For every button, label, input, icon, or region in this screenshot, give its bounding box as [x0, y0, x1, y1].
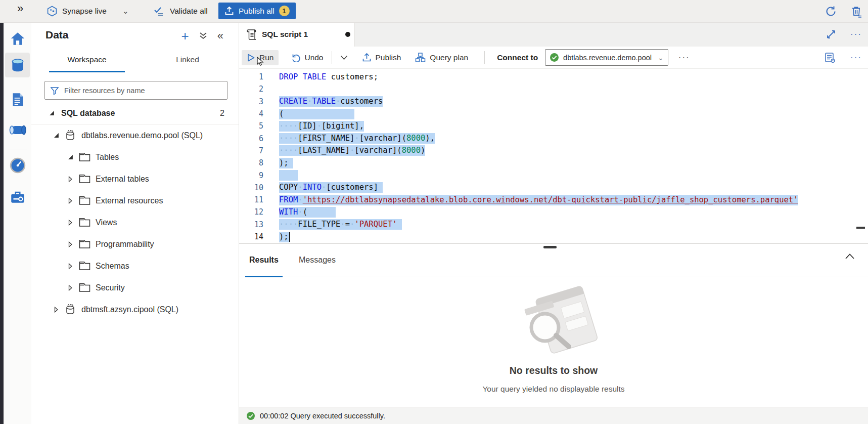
tree-expand-icon[interactable] — [53, 307, 60, 313]
filter-resources-input[interactable] — [63, 86, 227, 95]
view-settings-icon[interactable] — [824, 52, 836, 64]
sql-code-editor[interactable]: 1DROP TABLE customers;23CREATE·TABLE·cus… — [239, 69, 868, 245]
tree-item-tables[interactable]: Tables — [31, 146, 239, 168]
tree-item-label: dbtmsft.azsyn.cipool (SQL) — [81, 305, 178, 314]
results-panel: No results to show Your query yielded no… — [239, 276, 868, 407]
code-line-10[interactable]: 10COPY·INTO·[customers] — [239, 182, 868, 194]
tab-workspace[interactable]: Workspace — [49, 49, 125, 72]
expand-editor-icon[interactable] — [826, 29, 836, 39]
tree-expand-icon[interactable] — [67, 285, 74, 291]
refresh-icon[interactable] — [825, 5, 837, 18]
tab-title: SQL script 1 — [262, 30, 308, 39]
tree-item-dbtmsft-azsyn-cipool-sql[interactable]: dbtmsft.azsyn.cipool (SQL) — [31, 299, 239, 320]
tree-expand-icon[interactable] — [67, 176, 74, 182]
run-button[interactable]: Run — [242, 50, 279, 65]
tree-item-external-tables[interactable]: External tables — [31, 168, 239, 190]
tree-item-sql-database[interactable]: SQL database2 — [31, 102, 239, 124]
mode-selector[interactable]: Synapse live ⌄ — [47, 0, 128, 22]
toolbar-more-icon[interactable]: ··· — [678, 53, 690, 63]
run-play-icon — [247, 53, 255, 62]
code-line-6[interactable]: 6····[FIRST_NAME]·[varchar](8000), — [239, 132, 868, 144]
collapse-results-chevron-icon[interactable] — [845, 253, 855, 260]
code-line-7[interactable]: 7····[LAST_NAME]·[varchar](8000) — [239, 145, 868, 157]
tree-collapse-icon[interactable] — [53, 133, 60, 138]
tree-item-label: Schemas — [96, 262, 129, 271]
pool-name: dbtlabs.revenue.demo.pool — [563, 54, 652, 62]
tree-collapse-icon[interactable] — [48, 110, 55, 116]
tree-item-dbtlabs-revenue-demo-pool-sql[interactable]: dbtlabs.revenue.demo.pool (SQL) — [31, 124, 239, 146]
collapse-panel-icon[interactable]: « — [217, 30, 223, 41]
overview-ruler-mark — [856, 227, 865, 229]
chevron-down-icon: ⌄ — [122, 7, 129, 16]
query-plan-button[interactable]: Query plan — [410, 49, 473, 66]
query-status-text: 00:00:02 Query executed successfully. — [260, 412, 385, 420]
rail-item-data[interactable] — [5, 53, 30, 77]
tree-expand-icon[interactable] — [67, 263, 74, 269]
run-options-chevron[interactable] — [335, 52, 353, 63]
expand-menu-icon[interactable]: » — [17, 2, 23, 15]
code-line-9[interactable]: 9 — [239, 169, 868, 181]
code-line-13[interactable]: 13····FILE_TYPE·=·'PARQUET' — [239, 219, 868, 231]
tab-sql-script-1[interactable]: SQL script 1 — [239, 22, 355, 47]
line-number: 11 — [239, 195, 263, 204]
discard-trash-icon[interactable] — [850, 5, 863, 18]
tab-results[interactable]: Results — [245, 244, 283, 277]
tree-item-schemas[interactable]: Schemas — [31, 255, 239, 277]
splitter-handle[interactable] — [543, 246, 557, 248]
query-status-bar: 00:00:02 Query executed successfully. — [239, 407, 868, 424]
code-line-text: CREATE·TABLE·customers — [279, 96, 383, 107]
tree-collapse-icon[interactable] — [67, 154, 74, 160]
code-line-text: ····[ID]·[bigint], — [279, 121, 364, 132]
rail-item-home[interactable] — [5, 26, 30, 51]
tab-more-icon[interactable]: ··· — [850, 29, 862, 39]
code-line-14[interactable]: 14); — [239, 231, 868, 243]
code-line-5[interactable]: 5····[ID]·[bigint], — [239, 120, 868, 132]
code-line-text: FROM·'https://dbtlabsynapsedatalake.blob… — [279, 195, 798, 205]
line-number: 1 — [239, 72, 263, 81]
top-command-bar: » Synapse live ⌄ Validate all Publish al… — [0, 0, 868, 23]
publish-all-button[interactable]: Publish all 1 — [218, 3, 296, 19]
home-icon — [9, 30, 26, 48]
editor-more-icon[interactable]: ··· — [850, 53, 862, 63]
pool-status-check-icon — [550, 53, 559, 62]
rail-item-develop[interactable] — [5, 87, 30, 112]
tree-expand-icon[interactable] — [67, 220, 74, 226]
tab-messages[interactable]: Messages — [295, 244, 340, 277]
pool-dropdown[interactable]: dbtlabs.revenue.demo.pool ⌄ — [545, 49, 668, 66]
toolbar-separator — [484, 51, 485, 64]
code-line-4[interactable]: 4( — [239, 108, 868, 120]
code-line-text: ····[FIRST_NAME]·[varchar](8000), — [279, 133, 435, 144]
filter-resources-box — [44, 81, 227, 100]
tree-item-external-resources[interactable]: External resources — [31, 190, 239, 211]
code-line-11[interactable]: 11FROM·'https://dbtlabsynapsedatalake.bl… — [239, 194, 868, 206]
tree-item-programmability[interactable]: Programmability — [31, 233, 239, 255]
code-line-3[interactable]: 3CREATE·TABLE·customers — [239, 96, 868, 108]
code-line-1[interactable]: 1DROP TABLE customers; — [239, 71, 868, 83]
undo-button[interactable]: Undo — [286, 50, 328, 65]
tree-item-label: Programmability — [96, 240, 154, 249]
rail-item-manage[interactable] — [5, 184, 30, 209]
code-line-2[interactable]: 2 — [239, 83, 868, 95]
line-number: 2 — [239, 84, 263, 94]
tab-linked[interactable]: Linked — [159, 49, 216, 72]
line-number: 4 — [239, 109, 263, 118]
connect-to-label: Connect to — [497, 53, 538, 62]
collapse-all-icon[interactable] — [199, 31, 207, 40]
rail-item-integrate[interactable] — [5, 117, 30, 142]
validate-all-button[interactable]: Validate all — [153, 0, 208, 22]
line-number: 8 — [239, 158, 263, 167]
tree-expand-icon[interactable] — [67, 198, 74, 204]
resource-tree: SQL database2dbtlabs.revenue.demo.pool (… — [31, 102, 239, 320]
rail-item-monitor[interactable] — [5, 153, 30, 178]
folder-icon — [79, 174, 90, 184]
code-line-8[interactable]: 8); — [239, 157, 868, 169]
publish-all-label: Publish all — [239, 7, 275, 16]
tree-item-security[interactable]: Security — [31, 277, 239, 299]
tree-item-views[interactable]: Views — [31, 211, 239, 233]
code-line-text: COPY·INTO·[customers] — [279, 182, 383, 193]
code-line-text: ····FILE_TYPE·=·'PARQUET' — [279, 219, 402, 230]
code-line-12[interactable]: 12WITH·( — [239, 206, 868, 218]
add-resource-icon[interactable]: + — [181, 30, 189, 41]
publish-button[interactable]: Publish — [357, 50, 406, 65]
tree-expand-icon[interactable] — [67, 241, 74, 247]
